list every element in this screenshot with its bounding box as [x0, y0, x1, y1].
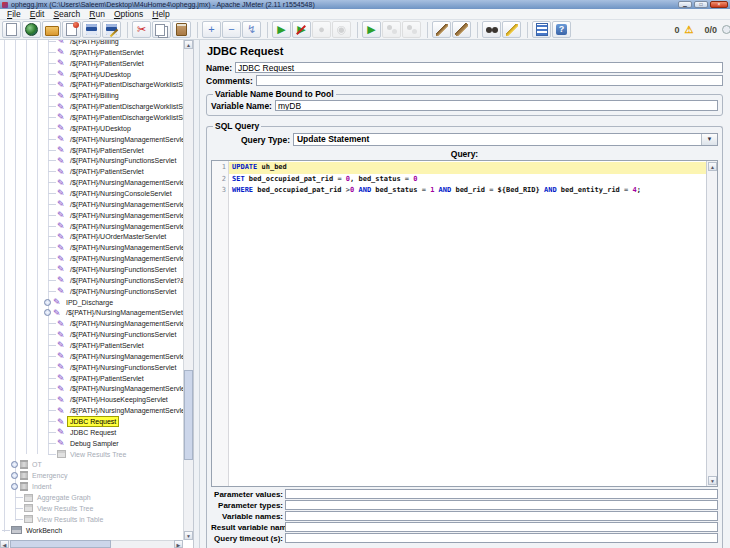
- remote-stop-button[interactable]: [402, 21, 421, 38]
- menu-file[interactable]: File: [3, 9, 25, 19]
- collapse-handle-icon[interactable]: [11, 483, 18, 490]
- tree-item[interactable]: ✎/${PATH}/NursingManagementServlet: [0, 221, 183, 232]
- scroll-up-icon[interactable]: ▲: [708, 162, 717, 171]
- tree-item[interactable]: ✎/${PATH}/Billing: [0, 40, 183, 47]
- scroll-left-icon[interactable]: ◀: [0, 540, 9, 548]
- comments-input[interactable]: [256, 75, 723, 86]
- tree-item[interactable]: ✎/${PATH}/PatientDischargeWorklistServle…: [0, 112, 183, 123]
- tree-item[interactable]: Aggregate Graph: [0, 492, 183, 503]
- tree-item[interactable]: ✎/${PATH}/NursingManagementServlet: [0, 351, 183, 362]
- tree-item[interactable]: ✎/${PATH}/UDesktop: [0, 123, 183, 134]
- help-button[interactable]: [552, 21, 571, 38]
- start-no-pauses-button[interactable]: ▶: [292, 21, 311, 38]
- scrollbar-thumb[interactable]: [10, 540, 111, 548]
- maximize-button[interactable]: □: [694, 1, 708, 8]
- scroll-up-icon[interactable]: ▲: [184, 40, 193, 49]
- tree-item[interactable]: ✎/${PATH}/NursingManagementServlet: [0, 199, 183, 210]
- tree-item[interactable]: ✎/${PATH}/NursingManagementServlet: [0, 253, 183, 264]
- tree-item[interactable]: ✎/${PATH}/NursingFunctionsServlet: [0, 155, 183, 166]
- tree-item[interactable]: ✎/${PATH}/NursingFunctionsServlet: [0, 264, 183, 275]
- tree-item[interactable]: ✎/${PATH}/NursingManagementServlet: [0, 177, 183, 188]
- query-timeout-s-input[interactable]: [285, 533, 718, 543]
- tree-item[interactable]: ✎/${PATH}/NursingFunctionsServlet: [0, 362, 183, 373]
- result-variable-name-input[interactable]: [285, 522, 718, 532]
- close-file-button[interactable]: [62, 21, 81, 38]
- tree-item[interactable]: ✎/${PATH}/NursingManagementServlet: [0, 307, 183, 318]
- expand-all-button[interactable]: +: [202, 21, 221, 38]
- tree-item[interactable]: ✎/${PATH}/HouseKeepingServlet: [0, 394, 183, 405]
- clear-button[interactable]: [432, 21, 451, 38]
- cut-button[interactable]: ✂: [132, 21, 151, 38]
- tree-item[interactable]: ✎/${PATH}/UDesktop: [0, 69, 183, 80]
- function-helper-button[interactable]: [532, 21, 551, 38]
- copy-button[interactable]: [152, 21, 171, 38]
- tree-item[interactable]: View Results in Table: [0, 514, 183, 525]
- scroll-right-icon[interactable]: ▶: [174, 540, 183, 548]
- tree-vertical-scrollbar[interactable]: ▲ ▼: [183, 40, 193, 540]
- tree-item[interactable]: ✎/${PATH}/Billing: [0, 90, 183, 101]
- open-folder-button[interactable]: [42, 21, 61, 38]
- tree-item[interactable]: ✎/${PATH}/NursingManagementServlet: [0, 405, 183, 416]
- tree-horizontal-scrollbar[interactable]: ◀ ▶: [0, 540, 183, 548]
- toggle-button[interactable]: ↯: [242, 21, 261, 38]
- tree-item[interactable]: ✎/${PATH}/PatientServlet: [0, 340, 183, 351]
- save-button[interactable]: [82, 21, 101, 38]
- tree-item[interactable]: ✎Debug Sampler: [0, 438, 183, 449]
- tree-item[interactable]: ✎/${PATH}/PatientDischargeWorklistServle…: [0, 101, 183, 112]
- collapse-handle-icon[interactable]: [44, 309, 51, 316]
- parameter-types-input[interactable]: [285, 500, 718, 510]
- start-button[interactable]: ▶: [272, 21, 291, 38]
- collapse-handle-icon[interactable]: [44, 299, 51, 306]
- remote-start-button[interactable]: ▶: [362, 21, 381, 38]
- editor-vertical-scrollbar[interactable]: ▲ ▼: [706, 161, 717, 486]
- shutdown-button[interactable]: ◉: [332, 21, 351, 38]
- editor-code[interactable]: UPDATE uh_bedSET bed_occupied_pat_rid = …: [229, 161, 706, 486]
- new-file-button[interactable]: [2, 21, 21, 38]
- tree-item[interactable]: Emergency: [0, 470, 183, 481]
- variable-names-input[interactable]: [285, 511, 718, 521]
- scroll-down-icon[interactable]: ▼: [708, 476, 717, 485]
- tree-item[interactable]: ✎JDBC Request: [0, 416, 183, 427]
- tree-item[interactable]: ✎/${PATH}/PatientServlet: [0, 47, 183, 58]
- scroll-down-icon[interactable]: ▼: [184, 531, 193, 540]
- tree-item[interactable]: WorkBench: [0, 525, 183, 536]
- tree-item[interactable]: View Results Tree: [0, 449, 183, 460]
- clear-all-button[interactable]: [452, 21, 471, 38]
- remote-start-all-button[interactable]: [382, 21, 401, 38]
- variable-name-input[interactable]: [275, 100, 718, 111]
- menu-options[interactable]: Options: [110, 9, 147, 19]
- name-input[interactable]: [235, 62, 723, 73]
- tree-item[interactable]: ✎/${PATH}/PatientServlet: [0, 373, 183, 384]
- close-button[interactable]: ×: [710, 1, 728, 8]
- tree-item[interactable]: ✎JDBC Request: [0, 427, 183, 438]
- tree-item[interactable]: ✎/${PATH}/NursingManagementServlet: [0, 242, 183, 253]
- tree-item[interactable]: ✎/${PATH}/NursingConsoleServlet: [0, 188, 183, 199]
- sql-query-editor[interactable]: 123 UPDATE uh_bedSET bed_occupied_pat_ri…: [211, 160, 718, 487]
- tree-item[interactable]: ✎IPD_Discharge: [0, 297, 183, 308]
- paste-button[interactable]: [172, 21, 191, 38]
- parameter-values-input[interactable]: [285, 489, 718, 499]
- chevron-down-icon[interactable]: ▼: [701, 134, 717, 145]
- tree-item[interactable]: ✎/${PATH}/UOrderMasterServlet: [0, 231, 183, 242]
- stop-button[interactable]: ●: [312, 21, 331, 38]
- tree-item[interactable]: ✎/${PATH}/NursingFunctionsServlet: [0, 286, 183, 297]
- tree-item[interactable]: ✎/${PATH}/NursingFunctionsServlet: [0, 329, 183, 340]
- tree-item[interactable]: ✎/${PATH}/PatientServlet: [0, 145, 183, 156]
- menu-run[interactable]: Run: [85, 9, 109, 19]
- tree-item[interactable]: ✎/${PATH}/NursingManagementServlet: [0, 210, 183, 221]
- tree-item[interactable]: ✎/${PATH}/PatientDischargeWorklistServle…: [0, 79, 183, 90]
- tree-item[interactable]: View Results Tree: [0, 503, 183, 514]
- menu-search[interactable]: Search: [49, 9, 84, 19]
- minimize-button[interactable]: ▁: [678, 1, 692, 8]
- scrollbar-thumb[interactable]: [184, 370, 193, 460]
- collapse-handle-icon[interactable]: [11, 472, 18, 479]
- tree-item[interactable]: ✎/${PATH}/PatientServlet: [0, 166, 183, 177]
- menu-help[interactable]: Help: [148, 9, 173, 19]
- menu-edit[interactable]: Edit: [26, 9, 49, 19]
- search-button[interactable]: [482, 21, 501, 38]
- tree-item[interactable]: ✎/${PATH}/NursingFunctionsServlet?&use: [0, 275, 183, 286]
- query-type-select[interactable]: Update Statement ▼: [293, 133, 718, 146]
- tree-item[interactable]: OT: [0, 460, 183, 471]
- save-as-button[interactable]: [102, 21, 121, 38]
- tree-item[interactable]: ✎/${PATH}/NursingManagementServlet: [0, 134, 183, 145]
